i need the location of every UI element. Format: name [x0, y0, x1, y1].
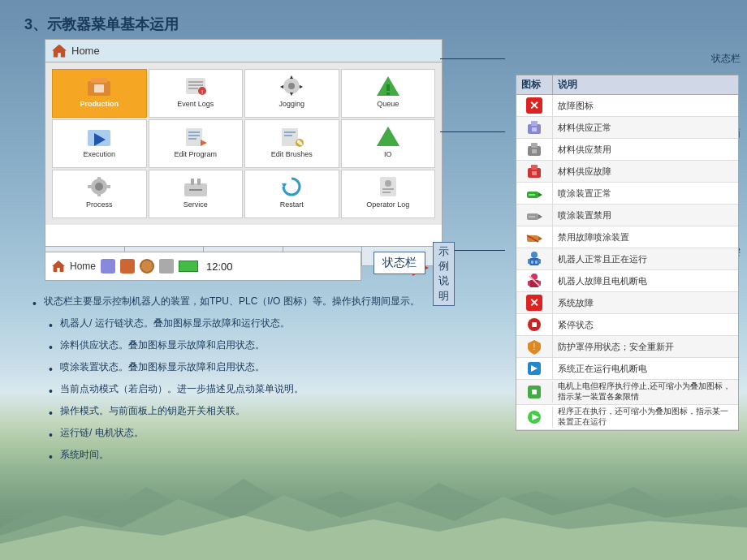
icon-row-10: 紧停状态 — [516, 314, 738, 336]
svg-rect-23 — [186, 128, 202, 146]
desc-cell-8: 机器人故障且电机断电 — [553, 274, 738, 289]
icon-row-0: ✕ 故障图标 — [516, 95, 738, 117]
svg-text:!: ! — [201, 88, 203, 96]
menu-item-editbrushes[interactable]: ✎ Edit Brushes — [244, 119, 339, 168]
icon-table-header: 图标 说明 — [516, 75, 738, 95]
svg-text:✎: ✎ — [296, 139, 303, 148]
icon-row-13: 电机上电但程序执行停止,还可缩小为叠加图标，指示某一装置各象限情 — [516, 380, 738, 405]
desc-cell-2: 材料供应禁用 — [553, 142, 738, 157]
statusbar-line — [440, 58, 505, 59]
bullet-item-5: • 操作模式。与前面板上的钥匙开关相关联。 — [49, 403, 495, 422]
bullet-dot: • — [49, 405, 54, 422]
home-bar: Home — [45, 40, 442, 62]
jogging-icon: ▲ ▼ ◄ ► — [279, 75, 304, 97]
svg-text:►: ► — [299, 84, 304, 89]
svg-text:▼: ▼ — [289, 91, 295, 97]
menu-item-queue[interactable]: Queue — [341, 69, 436, 118]
bullet-dot: • — [49, 449, 54, 466]
svg-rect-57 — [531, 165, 538, 170]
icon-row-8: 机器人故障且电机断电 — [516, 270, 738, 292]
icon-row-4: 喷涂装置正常 — [516, 183, 738, 205]
nozzle-disabled-icon — [526, 207, 542, 223]
bullet-text-0: 状态栏主要显示控制机器人的装置，如TPU、PLC（I/O 图标）等。操作执行期间… — [44, 294, 420, 308]
svg-rect-72 — [531, 261, 533, 264]
desc-cell-3: 材料供应故障 — [553, 164, 738, 179]
menu-item-jogging[interactable]: ▲ ▼ ◄ ► Jogging — [244, 69, 339, 118]
editprogram-label: Edit Program — [174, 150, 217, 158]
execution-label: Execution — [83, 150, 115, 158]
bullet-item-3: • 喷涂装置状态。叠加图标显示故障和启用状态。 — [49, 360, 495, 378]
service-icon — [183, 175, 209, 198]
svg-rect-24 — [188, 131, 200, 133]
ui-screenshot: Home Production ! Event Logs — [45, 39, 443, 266]
estop-icon — [526, 317, 542, 333]
svg-rect-7 — [188, 81, 203, 83]
desc-cell-0: 故障图标 — [553, 98, 738, 114]
svg-rect-58 — [532, 171, 537, 175]
icon-cell-12 — [516, 358, 553, 379]
icon-cell-8 — [516, 270, 553, 291]
svg-marker-60 — [538, 192, 542, 197]
process-label: Process — [86, 200, 113, 209]
menu-item-operatorlog[interactable]: Operator Log — [341, 170, 436, 218]
desc-cell-1: 材料供应正常 — [553, 120, 738, 136]
svg-text:!: ! — [533, 342, 536, 351]
svg-rect-19 — [386, 84, 390, 91]
menu-item-editprogram[interactable]: Edit Program — [149, 119, 244, 168]
io-icon — [375, 125, 401, 148]
bullet-dot: • — [49, 339, 54, 356]
fault-icon: ✕ — [526, 97, 542, 114]
menu-item-execution[interactable]: Execution — [52, 119, 147, 168]
material-disabled-icon — [526, 141, 542, 157]
jogging-label: Jogging — [279, 100, 304, 108]
icon-cell-0: ✕ — [516, 95, 553, 116]
page-title: 3、示教器菜单基本运用 — [24, 15, 179, 34]
process-icon — [86, 175, 112, 198]
bullet-text-1: 机器人/ 运行链状态。叠加图标显示故障和运行状态。 — [60, 316, 290, 330]
bullet-text-4: 当前点动模式（若启动）。进一步描述见点动菜单说明。 — [60, 381, 304, 396]
bullet-dot: • — [32, 295, 37, 312]
icon-row-2: 材料供应禁用 — [516, 139, 738, 161]
editbrushes-label: Edit Brushes — [271, 150, 313, 158]
menu-grid: Production ! Event Logs ▲ ▼ ◄ ► Joggi — [45, 62, 442, 225]
desc-cell-7: 机器人正常且正在运行 — [553, 252, 738, 267]
svg-rect-40 — [106, 185, 110, 188]
svg-rect-69 — [529, 258, 539, 265]
svg-marker-63 — [538, 214, 542, 219]
svg-marker-66 — [538, 236, 542, 241]
svg-marker-27 — [201, 140, 207, 146]
restart-icon — [279, 175, 304, 198]
icon-row-12: 系统正在运行电机断电 — [516, 358, 738, 380]
desc-cell-10: 紧停状态 — [553, 317, 738, 333]
home-label: Home — [71, 45, 100, 57]
bullet-dot: • — [49, 427, 54, 444]
status-green-icon — [179, 261, 198, 272]
bullet-text-6: 运行链/ 电机状态。 — [60, 425, 144, 440]
status-bar-annotation-box: 状态栏 — [374, 252, 425, 274]
header-desc-col: 说明 — [553, 75, 738, 94]
menu-item-io[interactable]: IO — [341, 119, 436, 168]
menu-item-restart[interactable]: Restart — [244, 170, 339, 218]
svg-rect-64 — [529, 216, 535, 218]
icon-cell-1 — [516, 117, 553, 138]
desc-cell-5: 喷涂装置禁用 — [553, 208, 738, 223]
svg-rect-70 — [528, 259, 530, 264]
menu-item-process[interactable]: Process — [52, 170, 147, 218]
restart-label: Restart — [280, 200, 304, 209]
svg-rect-42 — [191, 179, 194, 185]
svg-rect-29 — [284, 131, 296, 133]
icon-row-14: 程序正在执行，还可缩小为叠加图标，指示某一装置正在运行 — [516, 405, 738, 430]
menu-item-eventlogs[interactable]: ! Event Logs — [149, 69, 244, 118]
icon-table: 图标 说明 ✕ 故障图标 材料供应正常 材料供应禁用 — [516, 75, 739, 431]
bullet-text-7: 系统时间。 — [60, 447, 109, 462]
menu-item-production[interactable]: Production — [52, 69, 147, 118]
icon-cell-10 — [516, 314, 553, 335]
svg-rect-38 — [97, 192, 101, 196]
icon-cell-14 — [516, 407, 553, 428]
svg-rect-55 — [532, 149, 537, 153]
bullet-item-2: • 涂料供应状态。叠加图标显示故障和启用状态。 — [49, 338, 495, 356]
bullet-item-4: • 当前点动模式（若启动）。进一步描述见点动菜单说明。 — [49, 381, 495, 400]
menu-item-service[interactable]: Service — [149, 170, 244, 218]
bullet-item-1: • 机器人/ 运行链状态。叠加图标显示故障和运行状态。 — [49, 316, 495, 334]
bullet-item-6: • 运行链/ 电机状态。 — [49, 425, 495, 444]
